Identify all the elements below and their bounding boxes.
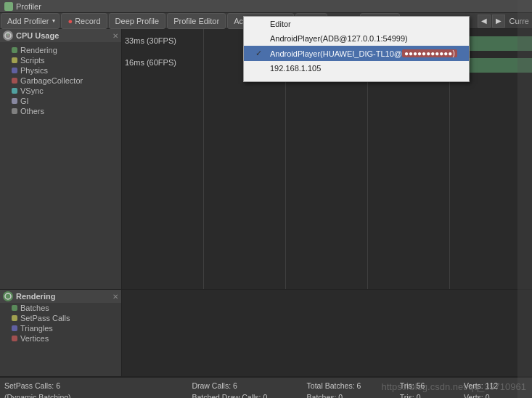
cpu-item-dot: [12, 98, 17, 104]
stats-line: Batched Draw Calls: 0: [192, 392, 300, 398]
rendering-item-dot: [12, 305, 17, 311]
cpu-item-others[interactable]: Others: [0, 106, 121, 116]
profile-editor-button[interactable]: Profile Editor: [167, 13, 226, 29]
rendering-item-vertices[interactable]: Vertices: [0, 333, 121, 344]
rendering-item-batches[interactable]: Batches: [0, 303, 121, 313]
stats-line: SetPass Calls: 6: [4, 381, 186, 392]
rendering-header[interactable]: Rendering ✕: [0, 290, 121, 303]
profiler-app-icon: [4, 2, 13, 11]
cpu-item-dot: [12, 108, 17, 114]
cpu-item-scripts[interactable]: Scripts: [0, 55, 121, 65]
cpu-item-dot: [12, 68, 17, 73]
rendering-icon: [3, 291, 13, 301]
cpu-item-rendering[interactable]: Rendering: [0, 45, 121, 55]
stats-verts-line: Verts: 112: [464, 381, 522, 392]
cpu-item-garbagecollector[interactable]: GarbageCollector: [0, 76, 121, 86]
dropdown-item-enter-ip[interactable]: [244, 76, 469, 81]
stats-line: Draw Calls: 6: [192, 381, 300, 392]
rendering-chart: [122, 290, 532, 376]
add-profiler-button[interactable]: Add Profiler: [1, 13, 60, 29]
cpu-usage-header[interactable]: CPU Usage ✕: [0, 29, 121, 42]
check-mark: ✓: [255, 49, 267, 58]
rendering-section: Rendering ✕ BatchesSetPass CallsTriangle…: [0, 289, 532, 376]
stats-line: Total Batches: 6: [307, 381, 394, 392]
cpu-usage-icon: [3, 31, 13, 41]
nav-prev-button[interactable]: ◀: [478, 15, 491, 28]
active-profiler-dropdown: EditorAndroidPlayer(ADB@127.0.0.1:54999)…: [243, 16, 470, 82]
stats-col2: Draw Calls: 6Batched Draw Calls: 0Batche…: [192, 381, 306, 398]
cpu-usage-items: RenderingScriptsPhysicsGarbageCollectorV…: [0, 42, 121, 119]
rendering-item-triangles[interactable]: Triangles: [0, 323, 121, 333]
stats-verts-line: Verts: 0: [464, 392, 522, 398]
cpu-usage-close[interactable]: ✕: [112, 32, 118, 40]
rendering-left-panel: Rendering ✕ BatchesSetPass CallsTriangle…: [0, 290, 122, 376]
stats-tris-line: Tris: 56: [400, 381, 458, 392]
cpu-usage-title: CPU Usage: [16, 31, 59, 40]
stats-col3: Total Batches: 6Batches: 0Batches: 0: [307, 381, 400, 398]
record-button[interactable]: ● Record: [61, 13, 107, 29]
rendering-item-dot: [12, 315, 17, 321]
title-bar-text: Profiler: [16, 2, 41, 11]
bottom-stats: SetPass Calls: 6(Dynamic Batching)(Stati…: [0, 376, 532, 398]
rendering-items: BatchesSetPass CallsTrianglesVertices: [0, 303, 121, 344]
stats-line: (Dynamic Batching): [4, 392, 186, 398]
dropdown-item-editor[interactable]: Editor: [244, 17, 469, 31]
stats-col4: Tris: 56Tris: 0Tris: 0: [400, 381, 464, 398]
dropdown-item-androidplayer-adb[interactable]: AndroidPlayer(ADB@127.0.0.1:54999): [244, 31, 469, 46]
rendering-item-dot: [12, 325, 17, 331]
stats-col1: SetPass Calls: 6(Dynamic Batching)(Stati…: [4, 381, 192, 398]
svg-point-1: [5, 293, 11, 299]
dropdown-item-ip-local[interactable]: 192.168.1.105: [244, 61, 469, 76]
cpu-item-gi[interactable]: GI: [0, 96, 121, 106]
stats-container: SetPass Calls: 6(Dynamic Batching)(Stati…: [4, 381, 528, 398]
left-panel: CPU Usage ✕ RenderingScriptsPhysicsGarba…: [0, 29, 122, 289]
nav-next-button[interactable]: ▶: [492, 15, 505, 28]
record-icon: ●: [67, 17, 73, 25]
cpu-item-physics[interactable]: Physics: [0, 65, 121, 76]
deep-profile-button[interactable]: Deep Profile: [109, 13, 166, 29]
stats-line: Batches: 0: [307, 392, 394, 398]
title-bar: Profiler: [0, 0, 532, 13]
rendering-item-setpass-calls[interactable]: SetPass Calls: [0, 313, 121, 323]
cpu-item-dot: [12, 57, 17, 63]
rendering-item-dot: [12, 336, 17, 341]
cpu-item-vsync[interactable]: VSync: [0, 86, 121, 96]
stats-tris-line: Tris: 0: [400, 392, 458, 398]
cpu-item-dot: [12, 78, 17, 84]
cpu-item-dot: [12, 47, 17, 53]
rendering-title: Rendering: [16, 292, 55, 301]
cpu-item-dot: [12, 88, 17, 94]
dropdown-item-androidplayer-huawei[interactable]: ✓AndroidPlayer(HUAWEI_DIG-TL10@●●●●●●●●●…: [244, 46, 469, 61]
rendering-close[interactable]: ✕: [112, 293, 118, 301]
